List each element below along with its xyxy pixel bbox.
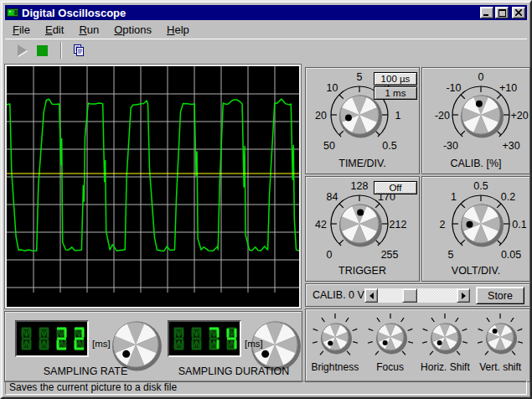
close-icon: [515, 9, 522, 16]
crt-knob-label: Vert. shift: [479, 361, 521, 373]
scope-trace: [7, 66, 299, 307]
sampling-rate-caption: SAMPLING RATE: [12, 365, 159, 377]
calib-pct-caption: CALIB. [%]: [422, 158, 529, 169]
sampling-duration-caption: SAMPLING DURATION: [164, 365, 303, 377]
svg-text:+30: +30: [502, 140, 519, 152]
stop-icon: [37, 45, 48, 56]
svg-text:10: 10: [327, 82, 338, 94]
sampling-rate-unit: [ms]: [92, 339, 111, 349]
trigger-off-button[interactable]: Off: [374, 181, 417, 194]
svg-text:0.2: 0.2: [501, 191, 515, 203]
menu-item-file[interactable]: File: [5, 23, 38, 37]
store-button[interactable]: Store: [476, 287, 524, 304]
svg-text:0.05: 0.05: [501, 249, 521, 261]
crt-knob-group: Brightness: [309, 313, 361, 373]
svg-text:-20: -20: [435, 110, 450, 122]
brightness-knob[interactable]: [309, 313, 361, 363]
svg-text:0.5: 0.5: [473, 180, 488, 192]
calib-pct-knob[interactable]: -30-20-100+10+20+30: [426, 70, 532, 157]
arrow-right-icon: [462, 293, 469, 299]
time-div-caption: TIME/DIV.: [306, 158, 419, 169]
sampling-duration-unit: [ms]: [245, 339, 263, 349]
calib-0v-group: CALIB. 0 V Store: [305, 283, 530, 307]
focus-knob[interactable]: [364, 313, 416, 363]
svg-text:20: 20: [315, 110, 327, 122]
status-text: Saves the current picture to a disk file: [9, 381, 177, 393]
horiz-shift-knob[interactable]: [419, 313, 471, 363]
statusbar: Saves the current picture to a disk file: [5, 381, 527, 395]
copy-button[interactable]: [69, 41, 89, 60]
sampling-rate-digits: [17, 322, 87, 355]
trigger-group: 04284128170212255 Off TRIGGER: [305, 176, 420, 282]
svg-text:5: 5: [357, 71, 363, 83]
cursor-readout: (21437,50µs (0,047kHz) , -5,47V): [145, 292, 294, 303]
calib-0v-label: CALIB. 0 V: [312, 289, 364, 301]
app-window: Digital Oscilloscope FileEditRunOptionsH…: [0, 0, 532, 399]
minimize-icon: [483, 9, 490, 16]
stop-button[interactable]: [32, 41, 52, 60]
svg-text:-10: -10: [446, 82, 461, 94]
volt-div-caption: VOLT/DIV.: [422, 265, 529, 277]
menu-item-run[interactable]: Run: [71, 23, 106, 37]
fsamp-readout: Fsamp = 44100 Hz: [18, 292, 104, 303]
titlebar: Digital Oscilloscope: [5, 5, 527, 20]
svg-text:128: 128: [351, 180, 369, 192]
svg-text:42: 42: [315, 219, 327, 231]
crt-knob-label: Focus: [376, 361, 404, 373]
close-button[interactable]: [512, 7, 525, 18]
window-title: Digital Oscilloscope: [22, 7, 477, 19]
menu-item-options[interactable]: Options: [106, 23, 159, 37]
crt-knob-group: Vert. shift: [474, 313, 526, 373]
svg-text:-30: -30: [443, 140, 458, 152]
time-1ms-button[interactable]: 1 ms: [374, 86, 417, 100]
svg-text:+10: +10: [499, 82, 517, 94]
calib-pct-group: -30-20-100+10+20+30 CALIB. [%]: [421, 67, 530, 174]
svg-text:84: 84: [327, 191, 338, 203]
svg-text:50: 50: [323, 140, 335, 152]
vert-shift-knob[interactable]: [474, 313, 526, 363]
play-icon: [18, 44, 27, 56]
app-icon: [7, 7, 18, 18]
sampling-rate-knob[interactable]: [109, 319, 163, 372]
svg-text:5: 5: [447, 249, 453, 261]
crt-knob-label: Horiz. Shift: [421, 361, 470, 373]
svg-text:0.1: 0.1: [512, 219, 526, 231]
volt-div-knob[interactable]: 5210.50.20.10.05: [426, 179, 532, 266]
sampling-group: [ms] SAMPLING RATE [ms] SAMPLING DURATIO…: [4, 311, 302, 382]
svg-text:0: 0: [478, 71, 484, 83]
menu-item-edit[interactable]: Edit: [38, 23, 71, 37]
sampling-rate-display: [15, 320, 89, 357]
run-button[interactable]: [12, 41, 32, 60]
arrow-left-icon: [366, 293, 374, 299]
menubar: FileEditRunOptionsHelp: [5, 22, 527, 38]
menu-item-help[interactable]: Help: [159, 23, 197, 37]
svg-text:1: 1: [395, 110, 401, 122]
svg-text:2: 2: [440, 219, 446, 231]
sampling-duration-digits: [169, 322, 240, 355]
svg-text:1: 1: [451, 191, 457, 203]
toolbar: [5, 39, 527, 61]
time-div-group: 5020105210.5 100 µs 1 ms TIME/DIV.: [305, 67, 420, 174]
sampling-duration-display: [168, 320, 241, 357]
scroll-left-button[interactable]: [364, 288, 378, 303]
svg-text:0: 0: [326, 249, 332, 261]
minimize-button[interactable]: [480, 7, 493, 18]
copy-icon: [72, 44, 85, 57]
scrollbar-thumb[interactable]: [402, 288, 417, 303]
crt-knob-group: Focus: [364, 313, 416, 373]
calib-scrollbar[interactable]: [364, 288, 470, 303]
maximize-icon: [498, 9, 506, 17]
toolbar-separator: [60, 42, 62, 59]
time-100us-button[interactable]: 100 µs: [374, 72, 417, 86]
maximize-button[interactable]: [495, 7, 509, 18]
trigger-caption: TRIGGER: [306, 265, 419, 277]
crt-knob-label: Brightness: [311, 361, 359, 373]
scrollbar-track[interactable]: [378, 288, 457, 303]
svg-text:255: 255: [381, 249, 399, 261]
crt-controls-group: BrightnessFocusHoriz. ShiftVert. shift: [305, 308, 530, 382]
scroll-right-button[interactable]: [457, 288, 470, 303]
crt-knob-group: Horiz. Shift: [419, 313, 471, 373]
volt-div-group: 5210.50.20.10.05 VOLT/DIV.: [421, 176, 530, 282]
svg-text:+20: +20: [510, 110, 528, 122]
svg-text:212: 212: [390, 219, 407, 231]
